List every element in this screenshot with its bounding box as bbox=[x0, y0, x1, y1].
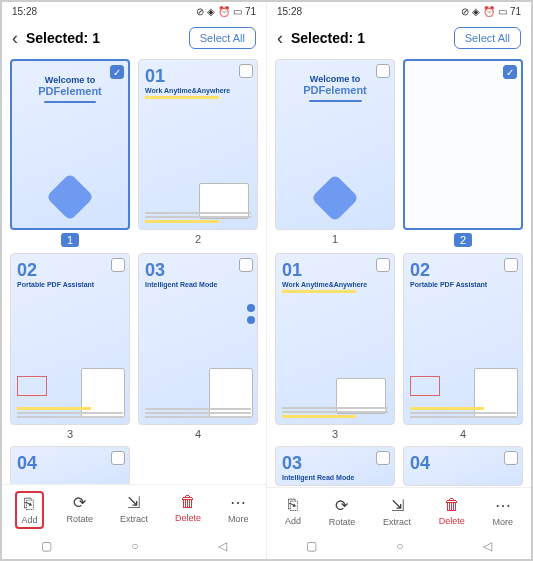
page-thumb[interactable]: 02 Portable PDF Assistant bbox=[403, 253, 523, 424]
status-bar: 15:28 ⊘ ◈ ⏰ ▭ 71 bbox=[2, 2, 266, 21]
rotate-button[interactable]: ⟳ Rotate bbox=[62, 491, 97, 529]
page-thumb-blank[interactable]: ✓ bbox=[403, 59, 523, 230]
thumb-welcome-text: Welcome to bbox=[18, 75, 122, 85]
thumb-subtitle: Intelligent Read Mode bbox=[282, 474, 388, 481]
rotate-button[interactable]: ⟳ Rotate bbox=[325, 494, 360, 529]
page-item[interactable]: 01 Work Anytime&Anywhere 2 bbox=[138, 59, 258, 247]
nav-recent-icon[interactable]: ▢ bbox=[41, 539, 52, 553]
add-page-icon: ⎘ bbox=[288, 496, 298, 514]
checkbox-icon[interactable] bbox=[239, 258, 253, 272]
tool-label: Add bbox=[285, 516, 301, 526]
header: ‹ Selected: 1 Select All bbox=[2, 21, 266, 55]
checkbox-icon[interactable]: ✓ bbox=[110, 65, 124, 79]
toolbar: ⎘ Add ⟳ Rotate ⇲ Extract 🗑 Delete ⋯ More bbox=[267, 487, 531, 535]
page-item[interactable]: 03 Intelligent Read Mode bbox=[275, 446, 395, 486]
more-icon: ⋯ bbox=[495, 496, 511, 515]
select-all-button[interactable]: Select All bbox=[454, 27, 521, 49]
text-line bbox=[17, 412, 123, 414]
thumb-subtitle: Intelligent Read Mode bbox=[145, 281, 251, 288]
page-grid: ✓ Welcome to PDFelement 1 01 Work Anytim… bbox=[2, 55, 266, 484]
checkbox-icon[interactable] bbox=[504, 258, 518, 272]
add-button[interactable]: ⎘ Add bbox=[281, 494, 305, 529]
page-thumb[interactable]: 03 Intelligent Read Mode bbox=[138, 253, 258, 424]
status-icons: ⊘ ◈ ⏰ ▭ 71 bbox=[461, 6, 521, 17]
highlight-line bbox=[282, 290, 356, 293]
page-item[interactable]: ✓ Welcome to PDFelement 1 bbox=[10, 59, 130, 247]
page-item[interactable]: ✓ 2 bbox=[403, 59, 523, 247]
page-number: 4 bbox=[195, 428, 201, 440]
thumb-num: 01 bbox=[282, 260, 388, 281]
back-icon[interactable]: ‹ bbox=[277, 28, 283, 49]
more-button[interactable]: ⋯ More bbox=[489, 494, 518, 529]
highlight-line bbox=[410, 407, 484, 410]
select-all-button[interactable]: Select All bbox=[189, 27, 256, 49]
delete-button[interactable]: 🗑 Delete bbox=[435, 494, 469, 529]
delete-button[interactable]: 🗑 Delete bbox=[171, 491, 205, 529]
thumb-brand-text: PDFelement bbox=[18, 85, 122, 97]
page-thumb[interactable]: 01 Work Anytime&Anywhere bbox=[275, 253, 395, 424]
trash-icon: 🗑 bbox=[180, 493, 196, 511]
more-button[interactable]: ⋯ More bbox=[224, 491, 253, 529]
thumb-num: 01 bbox=[145, 66, 251, 87]
nav-home-icon[interactable]: ○ bbox=[131, 539, 138, 553]
back-icon[interactable]: ‹ bbox=[12, 28, 18, 49]
red-box bbox=[17, 376, 47, 396]
cube-icon bbox=[46, 173, 94, 221]
extract-button[interactable]: ⇲ Extract bbox=[116, 491, 152, 529]
extract-icon: ⇲ bbox=[391, 496, 404, 515]
text-line bbox=[145, 408, 251, 410]
vibrate-icon: ◈ bbox=[207, 6, 215, 17]
checkbox-icon[interactable] bbox=[376, 258, 390, 272]
status-time: 15:28 bbox=[12, 6, 37, 17]
thumb-num: 03 bbox=[145, 260, 251, 281]
extract-icon: ⇲ bbox=[127, 493, 140, 512]
thumb-num: 04 bbox=[410, 453, 516, 474]
page-item[interactable]: 04 bbox=[403, 446, 523, 486]
checkbox-icon[interactable] bbox=[239, 64, 253, 78]
page-thumb[interactable]: 03 Intelligent Read Mode bbox=[275, 446, 395, 486]
page-number: 2 bbox=[454, 233, 472, 247]
page-item[interactable]: 02 Portable PDF Assistant 3 bbox=[10, 253, 130, 439]
page-number: 2 bbox=[195, 233, 201, 245]
page-item[interactable]: Welcome to PDFelement 1 bbox=[275, 59, 395, 247]
thumb-subtitle: Work Anytime&Anywhere bbox=[145, 87, 251, 94]
extract-button[interactable]: ⇲ Extract bbox=[379, 494, 415, 529]
tool-label: More bbox=[228, 514, 249, 524]
page-thumb[interactable]: 01 Work Anytime&Anywhere bbox=[138, 59, 258, 230]
text-line bbox=[17, 416, 123, 418]
add-button[interactable]: ⎘ Add bbox=[15, 491, 43, 529]
bubble-icon bbox=[247, 304, 255, 312]
nav-home-icon[interactable]: ○ bbox=[396, 539, 403, 553]
page-item[interactable]: 02 Portable PDF Assistant 4 bbox=[403, 253, 523, 439]
nav-recent-icon[interactable]: ▢ bbox=[306, 539, 317, 553]
page-thumb-cover[interactable]: ✓ Welcome to PDFelement bbox=[10, 59, 130, 230]
checkbox-icon[interactable] bbox=[376, 64, 390, 78]
page-item[interactable]: 01 Work Anytime&Anywhere 3 bbox=[275, 253, 395, 439]
checkbox-icon[interactable] bbox=[376, 451, 390, 465]
checkbox-icon[interactable] bbox=[111, 451, 125, 465]
rotate-icon: ⟳ bbox=[335, 496, 348, 515]
status-time: 15:28 bbox=[277, 6, 302, 17]
red-box bbox=[410, 376, 440, 396]
nav-back-icon[interactable]: ◁ bbox=[218, 539, 227, 553]
highlight-line bbox=[145, 220, 219, 223]
checkbox-icon[interactable] bbox=[111, 258, 125, 272]
page-thumb[interactable]: 04 bbox=[10, 446, 130, 484]
page-thumb[interactable]: 02 Portable PDF Assistant bbox=[10, 253, 130, 424]
page-thumb[interactable]: 04 bbox=[403, 446, 523, 486]
battery-pct: 71 bbox=[245, 6, 256, 17]
page-item[interactable]: 03 Intelligent Read Mode 4 bbox=[138, 253, 258, 439]
page-thumb-cover[interactable]: Welcome to PDFelement bbox=[275, 59, 395, 230]
dnd-icon: ⊘ bbox=[196, 6, 204, 17]
checkbox-icon[interactable] bbox=[504, 451, 518, 465]
vibrate-icon: ◈ bbox=[472, 6, 480, 17]
checkbox-icon[interactable]: ✓ bbox=[503, 65, 517, 79]
screenshot-container: 15:28 ⊘ ◈ ⏰ ▭ 71 ‹ Selected: 1 Select Al… bbox=[0, 0, 533, 561]
page-item[interactable]: 04 bbox=[10, 446, 130, 484]
thumb-num: 04 bbox=[17, 453, 123, 474]
thumb-bar bbox=[309, 100, 362, 102]
thumb-num: 02 bbox=[410, 260, 516, 281]
battery-icon: ▭ bbox=[498, 6, 507, 17]
add-page-icon: ⎘ bbox=[24, 495, 34, 513]
nav-back-icon[interactable]: ◁ bbox=[483, 539, 492, 553]
